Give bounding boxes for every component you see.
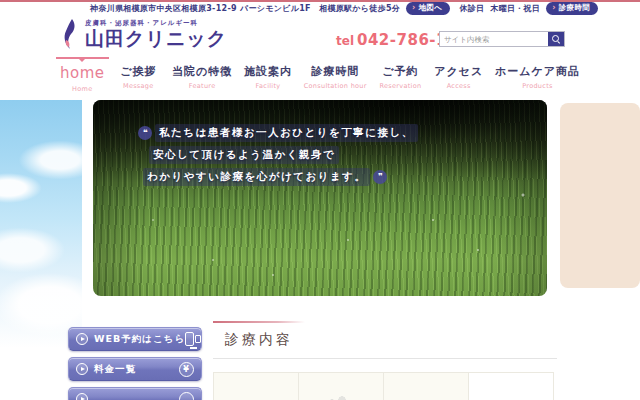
closed-days-value: 木曜日・祝日 [490,3,540,14]
nav-item-message[interactable]: ご挨拶 Message [116,57,160,90]
sky-photo [0,100,82,348]
quote-line: 私たちは患者様お一人おひとりを丁寧に接し、 [155,124,418,142]
service-cell[interactable] [383,372,469,400]
service-cell[interactable] [213,372,299,400]
play-circle-icon [76,393,88,400]
nav-label: 施設案内 [244,64,292,79]
services-table [213,372,557,400]
hours-button[interactable]: › 診療時間 [546,2,598,15]
hero-image: ❝ 私たちは患者様お一人おひとりを丁寧に接し、 安心して頂けるよう温かく親身で … [93,100,547,296]
nav-label: 当院の特徴 [172,64,232,79]
clinic-logo[interactable]: 皮膚科・泌尿器科・アレルギー科 山田クリニック [62,18,227,50]
logo-flower-icon [62,18,80,50]
nav-item-facility[interactable]: 施設案内 Facility [244,57,292,90]
nav-sublabel: Message [116,82,160,90]
nav-sublabel: Facility [244,82,292,90]
search-input[interactable] [440,35,548,44]
main-content: 診療内容 [213,321,557,400]
nav-item-reservation[interactable]: ご予約 Reservation [378,57,422,90]
search-icon [552,35,559,42]
nav-item-products[interactable]: ホームケア商品 Products [495,57,580,90]
service-cell[interactable] [468,372,554,400]
nav-sublabel: Home [60,85,105,93]
section-title: 診療内容 [225,331,557,349]
nav-sublabel: Consultation hour [304,82,367,90]
service-icon [324,393,358,400]
hours-button-label: 診療時間 [559,3,590,13]
quote-open-icon: ❝ [138,126,152,140]
monitor-icon [185,332,194,346]
tel-label: tel [336,34,354,48]
nav-item-access[interactable]: アクセス Access [434,57,483,90]
section-accent-line [213,321,305,323]
sidebar: WEB予約はこちら 料金一覧 ¥ [68,327,202,400]
chevron-right-icon: › [552,4,556,12]
nav-sublabel: Products [495,82,580,90]
service-cell[interactable] [298,372,384,400]
play-circle-icon [76,363,88,375]
sidebar-button-price-list[interactable]: 料金一覧 ¥ [68,357,202,381]
nav-label: home [60,64,105,82]
nav-sublabel: Reservation [378,82,422,90]
hero-quote: ❝ 私たちは患者様お一人おひとりを丁寧に接し、 安心して頂けるよう温かく親身で … [138,124,418,190]
quote-line: 安心して頂けるよう温かく親身で [149,146,339,164]
closed-days-label: 休診日 [459,3,484,14]
portrait-photo [560,103,640,288]
active-tab-indicator [56,57,109,59]
topbar: 神奈川県相模原市中央区相模原3-12-9 パーシモンビル1F 相模原駅から徒歩5… [0,2,640,14]
nav-label: ご挨拶 [116,64,160,79]
nav-sublabel: Feature [172,82,232,90]
quote-line: わかりやすい診療を心がけております。 [143,168,370,186]
nav-item-consultation-hour[interactable]: 診療時間 Consultation hour [304,57,367,90]
nav-sublabel: Access [434,82,483,90]
site-search [439,31,565,47]
main-nav: home Home ご挨拶 Message 当院の特徴 Feature 施設案内… [60,57,580,96]
yen-icon: ¥ [179,362,194,377]
nav-item-feature[interactable]: 当院の特徴 Feature [172,57,232,90]
service-icon [409,393,443,400]
nav-label: ご予約 [378,64,422,79]
map-button[interactable]: › 地図へ [406,2,450,15]
portrait-photo-blur [560,103,640,288]
section-divider [213,358,557,359]
sidebar-button-partial[interactable] [68,387,202,400]
search-button[interactable] [548,32,564,46]
play-circle-icon [76,333,88,345]
chevron-right-icon: › [412,4,416,12]
clinic-address: 神奈川県相模原市中央区相模原3-12-9 パーシモンビル1F 相模原駅から徒歩5… [90,3,400,14]
map-button-label: 地図へ [419,3,443,13]
nav-label: ホームケア商品 [495,64,580,79]
nav-item-home[interactable]: home Home [60,57,105,93]
nav-label: 診療時間 [304,64,367,79]
circle-icon [179,392,194,400]
nav-label: アクセス [434,64,483,79]
clinic-name: 山田クリニック [85,28,227,49]
sidebar-button-label: WEB予約はこちら [94,333,185,346]
sidebar-button-web-reservation[interactable]: WEB予約はこちら [68,327,202,351]
sidebar-button-label: 料金一覧 [94,363,136,376]
quote-close-icon: ❞ [373,170,387,184]
